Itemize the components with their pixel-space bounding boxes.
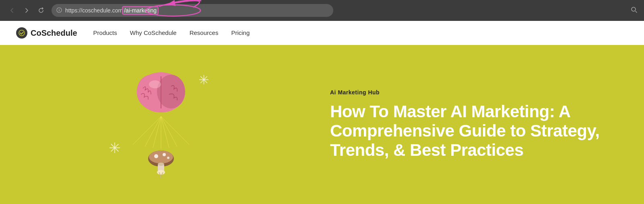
hero-title: How To Master AI Marketing: A Comprehens… (330, 102, 620, 160)
url-path-highlight: /ai-marketing (123, 7, 158, 14)
site-logo[interactable]: CoSchedule (16, 27, 77, 39)
svg-line-13 (153, 116, 161, 148)
svg-line-16 (161, 116, 177, 147)
nav-item-pricing[interactable]: Pricing (231, 29, 250, 37)
brain-svg (129, 68, 193, 120)
nav-item-products[interactable]: Products (93, 29, 117, 37)
svg-point-20 (154, 154, 158, 158)
illustration-area: ✳ ✳ (0, 68, 322, 181)
svg-point-24 (158, 163, 164, 166)
reload-button[interactable] (35, 5, 47, 16)
svg-line-15 (161, 116, 169, 148)
svg-line-12 (145, 116, 161, 147)
svg-point-10 (149, 80, 161, 88)
svg-point-1 (59, 9, 60, 10)
address-bar[interactable]: https://coschedule.com/ai-marketing (52, 4, 333, 17)
svg-point-21 (163, 153, 166, 156)
mushroom-svg (145, 147, 177, 179)
svg-line-17 (161, 116, 189, 145)
address-bar-container: https://coschedule.com/ai-marketing (52, 4, 333, 17)
nav-link-why[interactable]: Why CoSchedule (130, 29, 177, 36)
browser-search-icon[interactable] (630, 6, 638, 15)
svg-point-25 (157, 170, 165, 175)
nav-links: Products Why CoSchedule Resources Pricin… (93, 29, 250, 37)
logo-icon (16, 27, 27, 39)
site-info-icon (56, 7, 62, 14)
website-content: CoSchedule Products Why CoSchedule Resou… (0, 21, 644, 204)
nav-link-pricing[interactable]: Pricing (231, 29, 250, 36)
logo-text: CoSchedule (31, 29, 77, 38)
svg-point-5 (19, 30, 25, 36)
browser-chrome: https://coschedule.com/ai-marketing (0, 0, 644, 21)
url-text: https://coschedule.com/ai-marketing (65, 7, 158, 14)
svg-point-22 (167, 157, 169, 159)
nav-item-resources[interactable]: Resources (190, 29, 219, 37)
back-button[interactable] (6, 5, 18, 16)
svg-point-19 (149, 151, 173, 163)
sparkle-top-right-icon: ✳ (198, 72, 209, 88)
svg-line-11 (133, 116, 161, 145)
hero-eyebrow: Ai Marketing Hub (330, 89, 620, 96)
site-nav: CoSchedule Products Why CoSchedule Resou… (0, 21, 644, 45)
nav-link-resources[interactable]: Resources (190, 29, 219, 36)
brain-illustration: ✳ ✳ (121, 68, 201, 181)
rays-svg (121, 116, 201, 149)
hero-text: Ai Marketing Hub How To Master AI Market… (322, 89, 644, 160)
hero-section: ✳ ✳ (0, 45, 644, 204)
svg-point-3 (632, 7, 636, 11)
nav-item-why[interactable]: Why CoSchedule (130, 29, 177, 37)
nav-link-products[interactable]: Products (93, 29, 117, 36)
nav-buttons (6, 5, 47, 16)
forward-button[interactable] (21, 5, 32, 16)
sparkle-bottom-left-icon: ✳ (109, 140, 121, 157)
svg-rect-2 (59, 10, 60, 11)
